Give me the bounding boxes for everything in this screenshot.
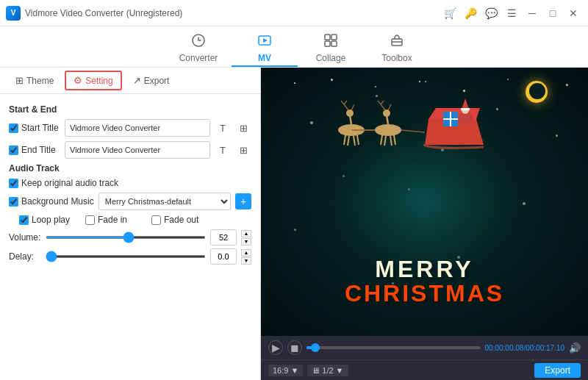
delay-value[interactable] [210, 248, 237, 265]
svg-line-14 [351, 104, 354, 110]
keep-audio-checkbox[interactable] [9, 179, 18, 188]
svg-line-12 [341, 101, 344, 104]
sub-tab-setting[interactable]: ⚙ Setting [65, 71, 121, 90]
minimize-icon[interactable]: ─ [523, 4, 541, 22]
end-title-label: End Title [9, 145, 60, 155]
volume-value[interactable] [210, 229, 237, 245]
end-title-font-icon[interactable]: T [215, 142, 231, 158]
volume-slider-container [46, 232, 206, 243]
sub-tab-setting-label: Setting [85, 76, 112, 86]
tab-mv[interactable]: MV [232, 30, 298, 67]
delay-label: Delay: [9, 251, 41, 262]
svg-rect-4 [325, 41, 330, 46]
svg-line-27 [384, 136, 386, 146]
start-title-font-icon[interactable]: T [215, 120, 231, 136]
delay-spinner: ▲ ▼ [241, 249, 251, 265]
end-title-checkbox[interactable] [9, 146, 18, 155]
monitor-btn[interactable]: 🖥 1/2 ▼ [307, 365, 348, 376]
mv-icon [257, 33, 272, 51]
restore-icon[interactable]: □ [544, 4, 562, 22]
start-title-label: Start Title [9, 123, 60, 133]
sub-tabs: ⊞ Theme ⚙ Setting ↗ Export [0, 68, 260, 94]
progress-bar[interactable] [306, 346, 481, 349]
time-display: 00:00:00.08/00:00:17.10 [485, 344, 564, 352]
delay-down-btn[interactable]: ▼ [241, 257, 251, 265]
delay-row: Delay: ▲ ▼ [9, 248, 251, 265]
preview-background: MERRY CHRISTMAS [261, 68, 588, 336]
sub-tab-export-label: Export [144, 76, 170, 86]
svg-line-25 [388, 104, 391, 110]
start-title-checkbox[interactable] [9, 123, 18, 133]
tab-converter-label: Converter [179, 53, 218, 63]
volume-control-icon[interactable]: 🔊 [569, 343, 581, 354]
svg-rect-3 [331, 35, 337, 40]
bg-music-select[interactable]: Merry Christmas-default [98, 193, 231, 210]
keep-audio-label: Keep original audio track [9, 178, 118, 188]
svg-line-17 [354, 136, 355, 146]
close-icon[interactable]: ✕ [564, 4, 582, 22]
sub-tab-export[interactable]: ↗ Export [125, 71, 178, 90]
play-btn[interactable]: ▶ [268, 340, 283, 355]
svg-line-26 [381, 135, 382, 145]
svg-line-28 [390, 136, 392, 146]
volume-up-btn[interactable]: ▲ [241, 230, 251, 237]
player-bottom-bar: 16:9 ▼ 🖥 1/2 ▼ Export [261, 359, 588, 380]
key-icon[interactable]: 🔑 [462, 4, 479, 22]
svg-rect-38 [461, 108, 470, 110]
christmas-text: CHRISTMAS [315, 281, 535, 306]
svg-point-10 [346, 110, 354, 117]
svg-line-18 [357, 135, 359, 145]
svg-line-24 [381, 101, 384, 104]
export-icon: ↗ [133, 75, 141, 86]
svg-line-15 [344, 135, 345, 145]
svg-line-16 [348, 136, 349, 146]
christmas-text-area: MERRY CHRISTMAS [315, 257, 535, 306]
nav-tabs: Converter MV Collage [0, 26, 588, 68]
svg-line-23 [378, 101, 381, 104]
player-controls: ▶ ◼ 00:00:00.08/00:00:17.10 🔊 [261, 336, 588, 359]
loop-play-label: Loop play [19, 215, 71, 225]
settings-panel: Start & End Start Title T ⊞ End Title T … [0, 94, 260, 380]
right-panel: MERRY CHRISTMAS ▶ ◼ 00:00:00.08/00:00:17… [261, 68, 588, 380]
volume-slider[interactable] [46, 236, 206, 239]
gear-icon: ⚙ [74, 75, 82, 86]
tab-collage[interactable]: Collage [298, 30, 364, 67]
bg-music-add-btn[interactable]: + [235, 193, 251, 209]
start-end-title: Start & End [9, 104, 251, 115]
svg-line-29 [394, 135, 395, 145]
page-fraction-value: 1/2 [322, 366, 333, 375]
stop-btn[interactable]: ◼ [287, 340, 302, 355]
delay-slider[interactable] [46, 255, 206, 258]
volume-down-btn[interactable]: ▼ [241, 238, 251, 245]
tab-toolbox[interactable]: Toolbox [364, 30, 430, 67]
left-panel: ⊞ Theme ⚙ Setting ↗ Export Start & End S… [0, 68, 261, 380]
end-title-row: End Title T ⊞ [9, 141, 251, 159]
delay-up-btn[interactable]: ▲ [241, 249, 251, 257]
title-bar: V Vidmore Video Converter (Unregistered)… [0, 0, 588, 26]
delay-slider-container [46, 251, 206, 262]
start-title-input[interactable] [65, 119, 210, 137]
end-title-grid-icon[interactable]: ⊞ [235, 142, 251, 158]
player-bottom-left: 16:9 ▼ 🖥 1/2 ▼ [268, 365, 348, 376]
tab-mv-label: MV [258, 53, 271, 63]
export-btn[interactable]: Export [534, 363, 581, 378]
theme-grid-icon: ⊞ [15, 75, 24, 86]
fade-in-checkbox[interactable] [85, 215, 95, 225]
bg-music-checkbox[interactable] [9, 197, 18, 207]
sub-tab-theme[interactable]: ⊞ Theme [7, 71, 62, 90]
toolbox-icon [390, 33, 404, 51]
svg-line-13 [344, 101, 347, 104]
tab-converter[interactable]: Converter [165, 30, 232, 67]
fade-out-checkbox[interactable] [151, 215, 161, 225]
loop-play-checkbox[interactable] [19, 215, 29, 225]
fade-out-label: Fade out [151, 215, 203, 225]
svg-line-11 [344, 104, 348, 110]
chat-icon[interactable]: 💬 [482, 4, 500, 22]
start-title-grid-icon[interactable]: ⊞ [235, 120, 251, 136]
aspect-ratio-btn[interactable]: 16:9 ▼ [268, 365, 303, 376]
cart-icon[interactable]: 🛒 [441, 4, 459, 22]
menu-icon[interactable]: ☰ [503, 4, 520, 22]
end-title-input[interactable] [65, 141, 210, 159]
audio-track-title: Audio Track [9, 163, 251, 173]
svg-rect-2 [325, 35, 330, 40]
